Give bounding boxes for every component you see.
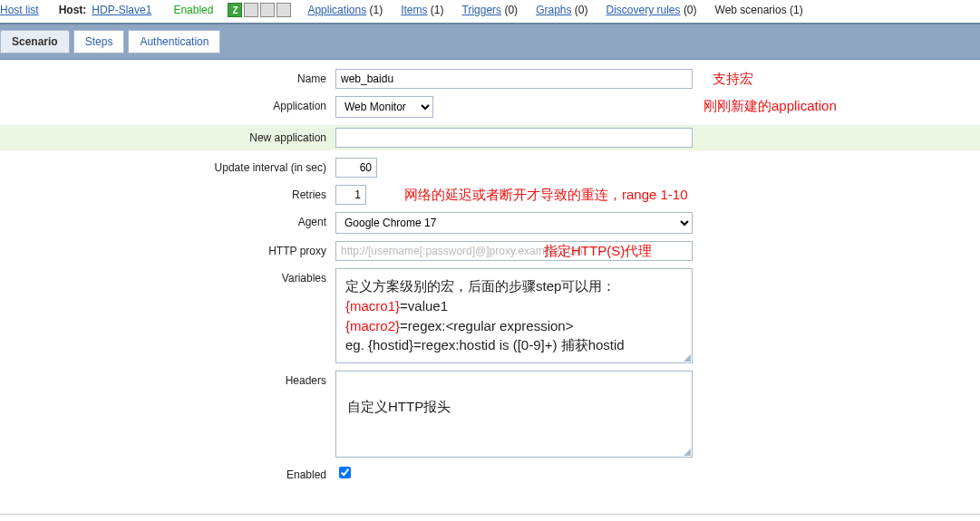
retries-input[interactable]: [335, 185, 366, 205]
host-label: Host:: [59, 4, 87, 16]
tab-steps[interactable]: Steps: [73, 30, 125, 53]
status-icon-2: [244, 3, 258, 17]
retries-annotation: 网络的延迟或者断开才导致的重连，range 1-10: [404, 185, 688, 204]
name-input[interactable]: [335, 69, 693, 89]
resize-handle-icon[interactable]: [684, 354, 691, 362]
top-bar: Host list Host: HDP-Slave1 Enabled Z App…: [0, 0, 980, 23]
agent-select[interactable]: Google Chrome 17: [335, 212, 693, 234]
nav-graphs[interactable]: Graphs (0): [536, 4, 587, 16]
status-icon-4: [277, 3, 291, 17]
application-annotation: 刚刚新建的application: [703, 96, 837, 115]
enabled-checkbox[interactable]: [339, 467, 351, 478]
name-annotation: 支持宏: [713, 69, 753, 88]
retries-label: Retries: [0, 185, 335, 201]
application-label: Application: [0, 96, 335, 112]
headers-label: Headers: [0, 371, 335, 387]
application-select[interactable]: Web Monitor: [335, 96, 433, 118]
httpproxy-annotation: 指定HTTP(S)代理: [544, 241, 652, 260]
enabled-label: Enabled: [0, 465, 335, 481]
name-label: Name: [0, 69, 335, 85]
variables-textarea[interactable]: 定义方案级别的宏，后面的步骤step可以用： {macro1}=value1 {…: [335, 268, 693, 363]
httpproxy-label: HTTP proxy: [0, 241, 335, 257]
enabled-status: Enabled: [173, 4, 213, 16]
config-bar: Scenario Steps Authentication: [0, 23, 980, 60]
nav-items[interactable]: Items (1): [401, 4, 443, 16]
bottom-divider: [0, 514, 980, 515]
update-interval-label: Update interval (in sec): [0, 158, 335, 174]
resize-handle-icon[interactable]: [684, 449, 691, 456]
tabs: Scenario Steps Authentication: [0, 30, 980, 53]
zabbix-icon: Z: [228, 3, 242, 17]
status-icon-3: [260, 3, 275, 17]
nav-links: Applications (1) Items (1) Triggers (0) …: [307, 4, 802, 16]
tab-scenario[interactable]: Scenario: [0, 30, 70, 53]
nav-discovery[interactable]: Discovery rules (0): [606, 4, 697, 16]
form-area: Name 支持宏 Application Web Monitor 刚刚新建的ap…: [0, 60, 980, 507]
headers-textarea[interactable]: 自定义HTTP报头: [335, 371, 693, 458]
hostname-link[interactable]: HDP-Slave1: [92, 4, 151, 16]
nav-applications[interactable]: Applications (1): [307, 4, 383, 16]
status-icons: Z: [228, 3, 291, 17]
new-application-input[interactable]: [335, 128, 693, 148]
agent-label: Agent: [0, 212, 335, 228]
new-application-label: New application: [0, 128, 335, 144]
update-interval-input[interactable]: [335, 158, 377, 178]
tab-authentication[interactable]: Authentication: [128, 30, 220, 53]
hostlist-link[interactable]: Host list: [0, 4, 39, 16]
nav-triggers[interactable]: Triggers (0): [462, 4, 519, 16]
nav-webscenarios: Web scenarios (1): [715, 4, 803, 16]
variables-label: Variables: [0, 268, 335, 285]
